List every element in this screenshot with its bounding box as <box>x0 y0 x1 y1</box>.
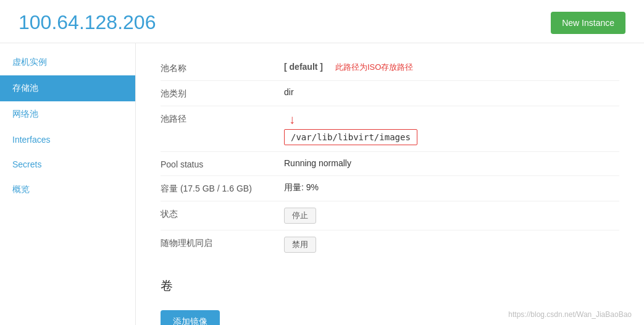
detail-text-4: 用量: 9% <box>284 182 319 193</box>
detail-label-6: 随物理机同启 <box>161 237 284 249</box>
detail-row-4: 容量 (17.5 GB / 1.6 GB)用量: 9% <box>161 176 619 201</box>
sidebar-item-virtual-machine[interactable]: 虚机实例 <box>0 49 135 75</box>
detail-text-1: dir <box>284 87 294 97</box>
sidebar: 虚机实例存储池网络池InterfacesSecrets概览 <box>0 43 136 325</box>
detail-label-4: 容量 (17.5 GB / 1.6 GB) <box>161 182 284 195</box>
detail-label-0: 池名称 <box>161 62 284 74</box>
detail-value-0: [ default ]此路径为ISO存放路径 <box>284 62 413 73</box>
pool-name-badge: [ default ] <box>284 62 323 72</box>
page-title: 100.64.128.206 <box>19 11 156 34</box>
detail-label-2: 池路径 <box>161 112 284 125</box>
section-title: 卷 <box>161 277 619 294</box>
sidebar-item-network-pool[interactable]: 网络池 <box>0 101 135 127</box>
red-arrow-icon: ↓ <box>289 112 295 127</box>
annotation-text: 此路径为ISO存放路径 <box>335 62 413 73</box>
new-instance-button[interactable]: New Instance <box>551 12 625 34</box>
detail-row-5: 状态停止 <box>161 201 619 230</box>
header: 100.64.128.206 New Instance <box>0 0 644 43</box>
detail-value-5: 停止 <box>284 208 316 224</box>
detail-value-4: 用量: 9% <box>284 182 319 193</box>
detail-row-1: 池类别dir <box>161 81 619 106</box>
detail-table: 池名称[ default ]此路径为ISO存放路径池类别dir池路径↓/var/… <box>161 56 619 259</box>
sidebar-item-storage-pool[interactable]: 存储池 <box>0 75 135 101</box>
detail-label-1: 池类别 <box>161 87 284 99</box>
watermark: https://blog.csdn.net/Wan_JiaBaoBao <box>508 310 632 319</box>
sidebar-item-interfaces[interactable]: Interfaces <box>0 127 135 152</box>
sidebar-item-secrets[interactable]: Secrets <box>0 152 135 177</box>
main-layout: 虚机实例存储池网络池InterfacesSecrets概览 池名称[ defau… <box>0 43 644 325</box>
detail-value-2: ↓/var/lib/libvirt/images <box>284 112 417 145</box>
detail-row-0: 池名称[ default ]此路径为ISO存放路径 <box>161 56 619 81</box>
detail-row-6: 随物理机同启禁用 <box>161 230 619 259</box>
content-area: 池名称[ default ]此路径为ISO存放路径池类别dir池路径↓/var/… <box>136 43 644 325</box>
detail-label-5: 状态 <box>161 208 284 220</box>
sidebar-item-overview[interactable]: 概览 <box>0 177 135 203</box>
add-image-button[interactable]: 添加镜像 <box>161 310 220 325</box>
detail-text-3: Running normally <box>284 158 351 168</box>
detail-value-1: dir <box>284 87 294 97</box>
detail-row-2: 池路径↓/var/lib/libvirt/images <box>161 106 619 152</box>
detail-label-3: Pool status <box>161 158 284 169</box>
detail-value-6: 禁用 <box>284 237 316 253</box>
status-button-6[interactable]: 禁用 <box>284 237 316 253</box>
pool-path-value: /var/lib/libvirt/images <box>284 129 417 145</box>
detail-row-3: Pool statusRunning normally <box>161 152 619 176</box>
detail-value-3: Running normally <box>284 158 351 168</box>
status-button-5[interactable]: 停止 <box>284 208 316 224</box>
